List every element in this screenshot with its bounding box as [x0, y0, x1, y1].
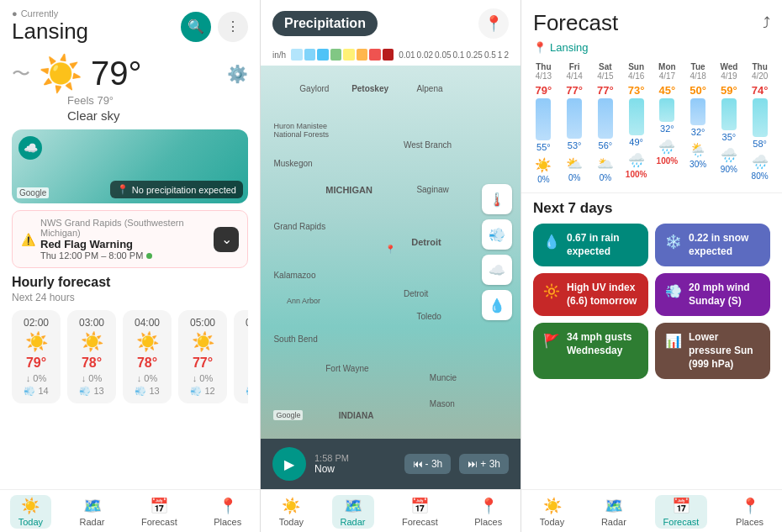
- nav-forecast-mid[interactable]: 📅 Forecast: [394, 495, 446, 529]
- snow-text: 0.22 in snow expected: [689, 232, 760, 258]
- scale-0: [291, 49, 303, 61]
- info-card-pressure[interactable]: 📊 Lower pressure Sun (999 hPa): [655, 323, 770, 379]
- scale-6: [369, 49, 381, 61]
- forecast-day-0[interactable]: Thu 4/13 79° 55° ☀️ 0%: [528, 61, 559, 186]
- hourly-card-1[interactable]: 03:00 ☀️ 78° ↓ 0% 💨 13: [67, 310, 116, 403]
- forecast-day-1[interactable]: Fri 4/14 77° 53° ⛅ 0%: [559, 61, 590, 186]
- nav-forecast[interactable]: 📅 Forecast: [133, 495, 186, 529]
- nav-places-mid[interactable]: 📍 Places: [466, 495, 510, 529]
- settings-icon[interactable]: ⚙️: [227, 64, 248, 84]
- nav-forecast-label-mid: Forecast: [402, 517, 438, 527]
- fc-precip-4: 100%: [657, 156, 679, 166]
- forecast-day-5[interactable]: Tue 4/18 50° 32° 🌦️ 30%: [683, 61, 714, 186]
- rain-control[interactable]: 💧: [482, 290, 512, 320]
- forecast-day-2[interactable]: Sat 4/15 77° 56° 🌥️ 0%: [590, 61, 621, 186]
- fc-bar-0: [536, 98, 551, 140]
- fc-date-2: 4/15: [597, 71, 613, 81]
- map-thumbnail[interactable]: ☁️ Google 📍 No precipitation expected: [12, 129, 248, 203]
- fc-icon-2: 🌥️: [597, 155, 614, 171]
- left-bottom-nav: ☀️ Today 🗺️ Radar 📅 Forecast 📍 Places: [0, 489, 260, 532]
- fc-date-4: 4/17: [659, 71, 675, 81]
- alert-content: NWS Grand Rapids (Southwestern Michigan)…: [40, 218, 214, 261]
- hourly-icon: ☀️: [25, 331, 48, 353]
- alert-expand-button[interactable]: ⌄: [214, 227, 239, 252]
- info-card-gusts[interactable]: 🚩 34 mph gusts Wednesday: [533, 323, 648, 379]
- forecast-day-7[interactable]: Thu 4/20 74° 58° 🌧️ 80%: [744, 61, 775, 186]
- search-button[interactable]: 🔍: [181, 12, 211, 42]
- nav-places[interactable]: 📍 Places: [205, 495, 250, 529]
- fc-date-3: 4/16: [628, 71, 644, 81]
- scale-4: [343, 49, 355, 61]
- pressure-icon: 📊: [665, 333, 682, 349]
- fc-precip-3: 100%: [626, 170, 647, 179]
- temperature-control[interactable]: 🌡️: [482, 184, 512, 214]
- map-label-indiana: INDIANA: [339, 411, 374, 420]
- fc-date-7: 4/20: [752, 71, 768, 81]
- cloud-control[interactable]: ☁️: [482, 255, 512, 285]
- hourly-scroll[interactable]: 02:00 ☀️ 79° ↓ 0% 💨 14 03:00 ☀️ 78° ↓ 0%…: [12, 310, 248, 403]
- wave-icon: 〜: [12, 61, 30, 87]
- currently-label: ● Currently: [12, 8, 88, 18]
- scale-val-1: 0.02: [417, 50, 433, 60]
- nav-today[interactable]: ☀️ Today: [10, 495, 51, 529]
- alert-box[interactable]: ⚠️ NWS Grand Rapids (Southwestern Michig…: [12, 210, 248, 268]
- location-row: 📍 Lansing: [521, 40, 782, 61]
- scale-val-2: 0.05: [435, 50, 451, 60]
- hourly-card-4[interactable]: 06:00 ⛅ 76° ↓ 0% 💨 10: [234, 310, 248, 403]
- info-card-wind[interactable]: 💨 20 mph wind Sunday (S): [655, 273, 770, 316]
- scale-val-5: 0.5: [484, 50, 496, 60]
- nav-radar-mid[interactable]: 🗺️ Radar: [332, 495, 374, 529]
- hourly-card-2[interactable]: 04:00 ☀️ 78° ↓ 0% 💨 13: [123, 310, 172, 403]
- nav-radar-right[interactable]: 🗺️ Radar: [593, 495, 635, 529]
- fc-date-1: 4/14: [566, 71, 582, 81]
- hourly-wind: 💨 13: [135, 386, 159, 397]
- hourly-time: 06:00: [246, 317, 248, 329]
- fc-day-0: Thu: [536, 62, 551, 71]
- feels-like: Feels 79°: [0, 94, 260, 108]
- fc-date-0: 4/13: [536, 71, 552, 81]
- share-button[interactable]: ⤴: [763, 14, 770, 32]
- wind-control[interactable]: 💨: [482, 219, 512, 250]
- fc-day-4: Mon: [658, 62, 676, 71]
- forward-button[interactable]: ⏭ + 3h: [459, 454, 509, 474]
- nav-places-right[interactable]: 📍 Places: [727, 495, 772, 529]
- flag-icon: 🚩: [543, 333, 560, 349]
- fc-precip-2: 0%: [600, 173, 611, 182]
- nav-today-right[interactable]: ☀️ Today: [531, 495, 573, 529]
- rewind-button[interactable]: ⏮ - 3h: [404, 454, 452, 474]
- hourly-icon: ☀️: [136, 331, 159, 353]
- rain-drop-icon: 💧: [543, 234, 560, 250]
- scale-val-7: 2: [504, 50, 509, 60]
- fc-bar-2: [598, 98, 613, 139]
- hourly-card-0[interactable]: 02:00 ☀️ 79° ↓ 0% 💨 14: [12, 310, 61, 403]
- nav-forecast-right[interactable]: 📅 Forecast: [655, 495, 708, 529]
- playback-info: 1:58 PM Now: [314, 453, 396, 475]
- alert-title: Red Flag Warning: [40, 238, 214, 250]
- hourly-title: Hourly forecast: [12, 275, 248, 290]
- forward-icon: ⏭: [468, 458, 478, 470]
- map-label-alpena: Alpena: [416, 84, 442, 93]
- alert-triangle-icon: ⚠️: [21, 233, 35, 246]
- fc-high-5: 50°: [690, 84, 706, 97]
- forecast-day-4[interactable]: Mon 4/17 45° 32° 🌧️ 100%: [652, 61, 683, 186]
- map-label-national-forests: Huron ManisteeNational Forests: [273, 122, 329, 139]
- info-card-rain[interactable]: 💧 0.67 in rain expected: [533, 224, 648, 266]
- header-buttons: 🔍 ⋮: [181, 12, 248, 42]
- nav-radar[interactable]: 🗺️ Radar: [71, 495, 114, 529]
- scale-val-4: 0.25: [466, 50, 482, 60]
- nav-today-mid[interactable]: ☀️ Today: [271, 495, 312, 529]
- forecast-day-6[interactable]: Wed 4/19 59° 35° 🌧️ 90%: [714, 61, 745, 186]
- fc-day-5: Tue: [691, 62, 705, 71]
- more-button[interactable]: ⋮: [218, 12, 248, 42]
- location-pin-button[interactable]: 📍: [478, 8, 509, 39]
- next7-title: Next 7 days: [533, 200, 770, 217]
- hourly-icon: ⛅: [247, 331, 249, 353]
- hourly-card-3[interactable]: 05:00 ☀️ 77° ↓ 0% 💨 12: [178, 310, 227, 403]
- map-area[interactable]: Petoskey Gaylord Alpena Huron ManisteeNa…: [261, 66, 520, 439]
- map-label-south-bend: South Bend: [273, 334, 317, 344]
- forecast-day-3[interactable]: Sun 4/16 73° 49° 🌧️ 100%: [621, 61, 652, 186]
- info-card-uv[interactable]: 🔆 High UV index (6.6) tomorrow: [533, 273, 648, 316]
- info-card-snow[interactable]: ❄️ 0.22 in snow expected: [655, 224, 770, 266]
- temperature-display: 79°: [91, 55, 142, 92]
- play-button[interactable]: ▶: [272, 447, 306, 481]
